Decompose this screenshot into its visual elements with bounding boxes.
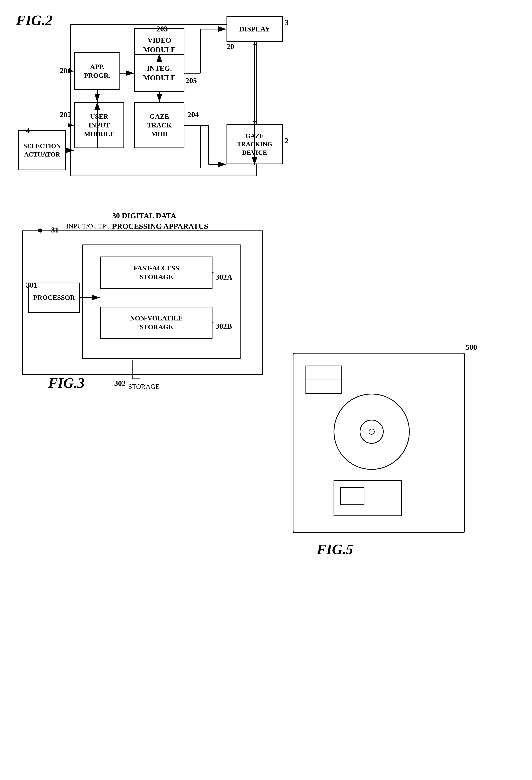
fig5-label: FIG.5 <box>317 541 353 558</box>
camera-device-box <box>293 353 465 533</box>
fig2-arrows <box>16 12 297 192</box>
lens-outer <box>334 394 410 470</box>
viewfinder-line <box>306 380 341 380</box>
svg-marker-9 <box>253 121 256 124</box>
lens-inner <box>359 420 384 444</box>
fig5-diagram: FIG.5 500 <box>281 341 481 561</box>
viewfinder-rect <box>305 365 342 394</box>
control-panel <box>334 480 402 516</box>
ref-500: 500 <box>466 343 477 351</box>
fig3-diagram: FIG.3 30 DIGITAL DATA PROCESSING APPARAT… <box>16 210 277 407</box>
svg-marker-8 <box>253 42 256 45</box>
page: FIG.2 20 APP. PROGR. VIDEO MODULE INTEG.… <box>0 0 532 780</box>
control-inner <box>340 487 365 505</box>
lens-center <box>369 429 375 435</box>
fig3-arrows <box>16 210 277 391</box>
fig2-diagram: FIG.2 20 APP. PROGR. VIDEO MODULE INTEG.… <box>16 12 277 192</box>
